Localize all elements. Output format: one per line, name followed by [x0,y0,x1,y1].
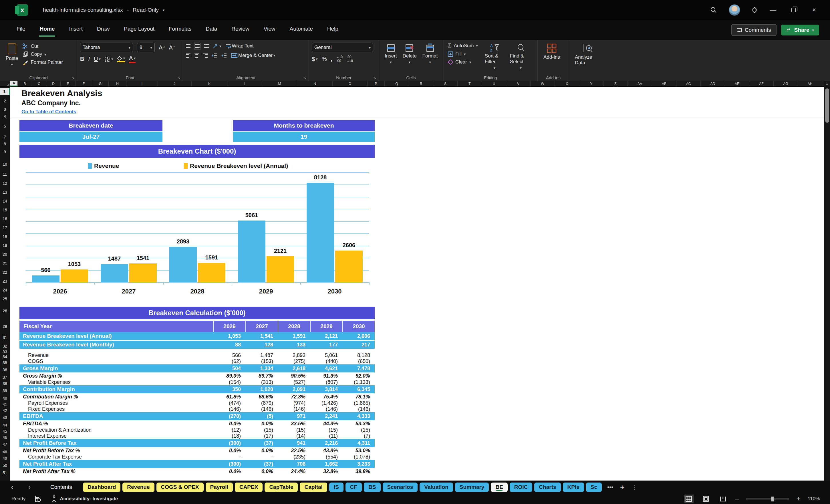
orientation-button[interactable]: ▾ [213,43,221,49]
sheet-tab-payroll[interactable]: Payroll [205,482,233,492]
sheet-tab-revenue[interactable]: Revenue [122,482,154,492]
column-header-AF[interactable]: AF [749,81,774,86]
cell[interactable]: 61.8% [213,394,246,400]
column-header-D[interactable]: D [46,81,61,86]
row-header-19[interactable]: 19 [0,242,10,249]
year-column-header-2030[interactable]: 2030 [342,321,375,332]
row-header-7[interactable]: 7 [0,133,10,140]
underline-button[interactable]: U ▾ [94,56,101,62]
sheet-tab-cogs-opex[interactable]: COGS & OPEX [156,482,204,492]
page-layout-view-button[interactable] [701,495,711,503]
premium-diamond-icon[interactable] [752,7,758,13]
table-row-46[interactable]: Interest Expense(18)(17)(14)(11)(7) [20,433,375,439]
row-header-50[interactable]: 50 [0,462,10,469]
column-header-L[interactable]: L [227,81,262,86]
cell[interactable]: 1,541 [246,333,278,339]
cell[interactable]: 350 [213,386,246,392]
zoom-slider-thumb[interactable] [771,497,774,501]
column-header-Z[interactable]: Z [604,81,628,86]
row-header-37[interactable]: 37 [0,374,10,381]
table-row-32[interactable]: Revenue Breakeven level (Monthly)8812813… [20,341,375,349]
row-header-36[interactable]: 36 [0,367,10,373]
table-row-45[interactable]: Depreciation & Amortization(12)(15)(15)(… [20,427,375,433]
cell[interactable]: (1,865) [342,400,375,406]
sheet-tab-dashboard[interactable]: Dashboard [83,482,120,492]
tabs-scroll-right-icon[interactable]: › [25,483,34,491]
cell[interactable]: (275) [278,358,310,365]
column-header-M[interactable]: M [262,81,297,86]
row-header-18[interactable]: 18 [0,233,10,240]
column-header-Y[interactable]: Y [579,81,604,86]
column-header-Q[interactable]: Q [385,81,409,86]
row-header-47[interactable]: 47 [0,441,10,448]
alignment-dialog-launcher[interactable]: ⇘ [303,75,306,80]
insert-cells-button[interactable]: Insert▾ [382,42,400,65]
row-header-15[interactable]: 15 [0,207,10,213]
cell[interactable]: 43.8% [310,448,342,454]
macro-record-icon[interactable] [35,496,41,502]
sheet-canvas[interactable]: 1234578910111213141516171819202122232425… [0,87,824,480]
sheet-tab-scenarios[interactable]: Scenarios [383,482,418,492]
cell[interactable]: 1,662 [310,461,342,467]
cell[interactable]: 177 [310,342,342,348]
breakeven-date-value[interactable]: Jul-27 [20,131,162,142]
cell[interactable]: 32.8% [310,469,342,475]
row-header-22[interactable]: 22 [0,269,10,276]
sheet-tab-captable[interactable]: CapTable [264,482,298,492]
column-header-AA[interactable]: AA [628,81,652,86]
cell[interactable]: (146) [278,406,310,412]
row-header-31[interactable]: 31 [0,334,10,341]
cut-button[interactable]: Cut [23,43,63,49]
sheet-tab-capital[interactable]: Capital [300,482,327,492]
cell[interactable]: (527) [278,379,310,385]
row-header-42[interactable]: 42 [0,407,10,414]
font-name-select[interactable]: Tahoma▾ [80,43,133,52]
column-header-H[interactable]: H [109,81,126,86]
row-header-39[interactable]: 39 [0,387,10,394]
cell[interactable]: 1,591 [278,333,310,339]
row-header-8[interactable]: 8 [0,140,10,147]
ribbon-tab-review[interactable]: Review [231,24,250,37]
column-header-V[interactable]: V [506,81,531,86]
align-center-button[interactable] [194,52,199,59]
cell[interactable]: 2,618 [278,366,310,372]
cell[interactable]: 706 [278,461,310,467]
cell[interactable]: - [246,454,278,460]
cell[interactable]: (146) [213,406,246,412]
cell[interactable]: 2,893 [278,352,310,358]
cell[interactable]: - [213,454,246,460]
table-row-35[interactable]: COGS(62)(153)(275)(440)(650) [20,358,375,365]
table-row-43[interactable]: EBITDA(270)(5)9712,2414,333 [20,412,375,420]
column-header-T[interactable]: T [458,81,482,86]
cell[interactable]: 3,814 [310,386,342,392]
column-header-A[interactable]: A [10,81,18,86]
bold-button[interactable]: B [80,56,84,62]
cell[interactable]: 0.0% [213,421,246,427]
cell[interactable]: 68.6% [246,394,278,400]
cell[interactable]: 4,311 [342,440,375,446]
decrease-indent-button[interactable] [212,53,217,58]
table-header-row[interactable]: Fiscal Year 20262027202820292030 [20,321,375,332]
cell[interactable]: 4,333 [342,413,375,419]
clipboard-dialog-launcher[interactable]: ⇘ [71,75,75,80]
cell[interactable]: 0.0% [213,448,246,454]
page-break-view-button[interactable] [718,495,728,503]
table-row-33[interactable] [20,349,375,352]
cell[interactable]: 5,061 [310,352,342,358]
cell[interactable]: (146) [246,406,278,412]
row-header-4[interactable]: 4 [0,113,10,120]
cell[interactable]: (235) [278,454,310,460]
row-header-20[interactable]: 20 [0,251,10,258]
cell[interactable]: 128 [246,342,278,348]
cell[interactable]: 0.0% [246,469,278,475]
align-middle-button[interactable] [194,43,200,49]
italic-button[interactable]: I [88,56,90,62]
column-header-C[interactable]: C [32,81,46,86]
column-header-AE[interactable]: AE [725,81,749,86]
cell[interactable]: (146) [342,406,375,412]
cell[interactable]: (1,078) [342,454,375,460]
search-icon[interactable] [710,7,717,13]
restore-button[interactable] [789,6,798,14]
row-header-23[interactable]: 23 [0,278,10,285]
cell[interactable]: 2,121 [310,333,342,339]
